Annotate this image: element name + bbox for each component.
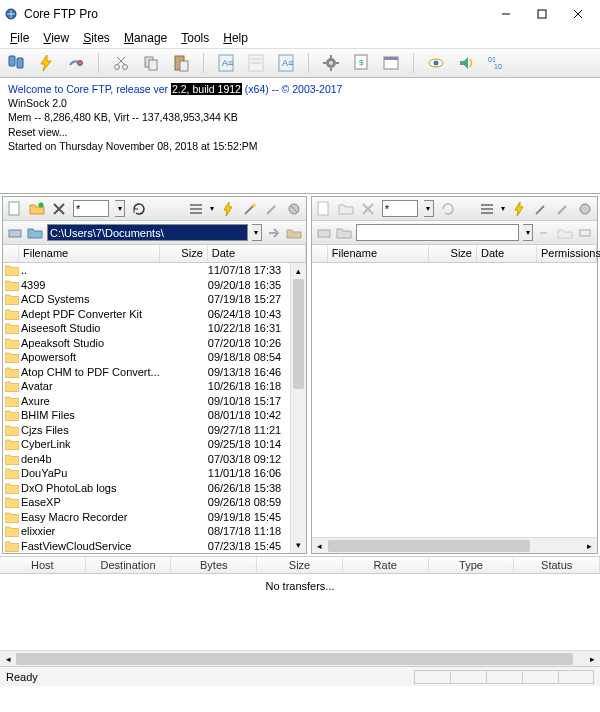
list-item[interactable]: FastViewCloudService07/23/18 15:45 bbox=[3, 539, 306, 554]
col-date[interactable]: Date bbox=[208, 245, 306, 262]
col-size[interactable]: Size bbox=[160, 245, 208, 262]
list-item[interactable]: elixxier08/17/18 11:18 bbox=[3, 524, 306, 539]
refresh-icon[interactable] bbox=[440, 201, 456, 217]
refresh-icon[interactable] bbox=[131, 201, 147, 217]
schedule-icon[interactable] bbox=[381, 53, 401, 73]
lightning-icon[interactable] bbox=[36, 53, 56, 73]
disconnect-icon[interactable] bbox=[66, 53, 86, 73]
list-item[interactable]: Apeaksoft Studio07/20/18 10:26 bbox=[3, 336, 306, 351]
col-tsize[interactable]: Size bbox=[257, 557, 343, 573]
wand-icon[interactable] bbox=[533, 201, 549, 217]
up-folder-icon[interactable] bbox=[336, 225, 352, 241]
list-item[interactable]: Avatar10/26/18 16:18 bbox=[3, 379, 306, 394]
remote-scrollbar-h[interactable]: ◂▸ bbox=[312, 537, 597, 553]
path-dropdown[interactable]: ▾ bbox=[252, 224, 262, 241]
eye-icon[interactable] bbox=[426, 53, 446, 73]
list-item[interactable]: BHIM Files08/01/18 10:42 bbox=[3, 408, 306, 423]
lightning-small-icon[interactable] bbox=[511, 201, 527, 217]
new-folder-icon[interactable] bbox=[29, 201, 45, 217]
list-view-icon[interactable] bbox=[188, 201, 204, 217]
list-item[interactable]: CyberLink09/25/18 10:14 bbox=[3, 437, 306, 452]
menu-sites[interactable]: Sites bbox=[77, 29, 116, 47]
bottom-scrollbar[interactable]: ◂▸ bbox=[0, 650, 600, 666]
col-type[interactable]: Type bbox=[429, 557, 515, 573]
doc-icon[interactable] bbox=[7, 201, 23, 217]
filter-input[interactable] bbox=[382, 200, 418, 217]
menu-view[interactable]: View bbox=[37, 29, 75, 47]
mode-icon[interactable] bbox=[577, 225, 593, 241]
copy-icon[interactable] bbox=[141, 53, 161, 73]
list-item[interactable]: Apowersoft09/18/18 08:54 bbox=[3, 350, 306, 365]
drive-icon[interactable] bbox=[7, 225, 23, 241]
scrollbar-vertical[interactable]: ▴▾ bbox=[290, 263, 306, 553]
folder-go-icon[interactable] bbox=[286, 225, 302, 241]
svg-text:A≡: A≡ bbox=[222, 58, 233, 68]
list-item[interactable]: Axure09/10/18 15:17 bbox=[3, 394, 306, 409]
col-filename[interactable]: Filename bbox=[19, 245, 160, 262]
menu-manage[interactable]: Manage bbox=[118, 29, 173, 47]
path-input[interactable] bbox=[47, 224, 248, 241]
col-status[interactable]: Status bbox=[514, 557, 600, 573]
menu-file[interactable]: File bbox=[4, 29, 35, 47]
col-dest[interactable]: Destination bbox=[86, 557, 172, 573]
list-item[interactable]: 439909/20/18 16:35 bbox=[3, 278, 306, 293]
list-item[interactable]: ..11/07/18 17:33 bbox=[3, 263, 306, 278]
close-button[interactable] bbox=[560, 2, 596, 26]
doc-icon[interactable] bbox=[316, 201, 332, 217]
menu-help[interactable]: Help bbox=[217, 29, 254, 47]
stop-icon[interactable] bbox=[286, 201, 302, 217]
item-name: .. bbox=[21, 264, 160, 276]
new-folder-icon[interactable] bbox=[338, 201, 354, 217]
go-icon[interactable] bbox=[266, 225, 282, 241]
wand-icon[interactable] bbox=[242, 201, 258, 217]
svg-rect-42 bbox=[190, 208, 202, 210]
filter-dropdown[interactable]: ▾ bbox=[424, 200, 434, 217]
list-item[interactable]: Atop CHM to PDF Convert...09/13/18 16:46 bbox=[3, 365, 306, 380]
list-item[interactable]: den4b07/03/18 09:12 bbox=[3, 452, 306, 467]
connect-icon[interactable] bbox=[6, 53, 26, 73]
binary-icon[interactable]: 0110 bbox=[486, 53, 506, 73]
minimize-button[interactable] bbox=[488, 2, 524, 26]
gear-icon[interactable] bbox=[321, 53, 341, 73]
list-item[interactable]: Adept PDF Converter Kit06/24/18 10:43 bbox=[3, 307, 306, 322]
col-bytes[interactable]: Bytes bbox=[171, 557, 257, 573]
col-date[interactable]: Date bbox=[477, 245, 537, 262]
col-host[interactable]: Host bbox=[0, 557, 86, 573]
wand2-icon[interactable] bbox=[555, 201, 571, 217]
list-item[interactable]: Aiseesoft Studio10/22/18 16:31 bbox=[3, 321, 306, 336]
lightning-small-icon[interactable] bbox=[220, 201, 236, 217]
drive-icon[interactable] bbox=[316, 225, 332, 241]
doc-dim-icon[interactable] bbox=[246, 53, 266, 73]
svg-rect-60 bbox=[580, 230, 590, 236]
cut-icon[interactable] bbox=[111, 53, 131, 73]
cert-icon[interactable]: $ bbox=[351, 53, 371, 73]
maximize-button[interactable] bbox=[524, 2, 560, 26]
go-icon[interactable] bbox=[537, 225, 553, 241]
filter-dropdown[interactable]: ▾ bbox=[115, 200, 125, 217]
folder-go-icon[interactable] bbox=[557, 225, 573, 241]
doc-a2-icon[interactable]: A≡ bbox=[276, 53, 296, 73]
list-item[interactable]: DouYaPu11/01/18 16:06 bbox=[3, 466, 306, 481]
delete-icon[interactable] bbox=[360, 201, 376, 217]
stop-icon[interactable] bbox=[577, 201, 593, 217]
remote-path-input[interactable] bbox=[356, 224, 519, 241]
doc-a-icon[interactable]: A≡ bbox=[216, 53, 236, 73]
col-rate[interactable]: Rate bbox=[343, 557, 429, 573]
list-item[interactable]: EaseXP09/26/18 08:59 bbox=[3, 495, 306, 510]
list-item[interactable]: Easy Macro Recorder09/19/18 15:45 bbox=[3, 510, 306, 525]
menu-tools[interactable]: Tools bbox=[175, 29, 215, 47]
list-item[interactable]: ACD Systems07/19/18 15:27 bbox=[3, 292, 306, 307]
col-filename[interactable]: Filename bbox=[328, 245, 429, 262]
list-item[interactable]: Cjzs Files09/27/18 11:21 bbox=[3, 423, 306, 438]
list-view-icon[interactable] bbox=[479, 201, 495, 217]
list-item[interactable]: DxO PhotoLab logs06/26/18 15:38 bbox=[3, 481, 306, 496]
col-permissions[interactable]: Permissions bbox=[537, 245, 597, 262]
filter-input[interactable] bbox=[73, 200, 109, 217]
delete-icon[interactable] bbox=[51, 201, 67, 217]
col-size[interactable]: Size bbox=[429, 245, 477, 262]
up-folder-icon[interactable] bbox=[27, 225, 43, 241]
sound-icon[interactable] bbox=[456, 53, 476, 73]
path-dropdown[interactable]: ▾ bbox=[523, 224, 533, 241]
wand2-icon[interactable] bbox=[264, 201, 280, 217]
paste-icon[interactable] bbox=[171, 53, 191, 73]
